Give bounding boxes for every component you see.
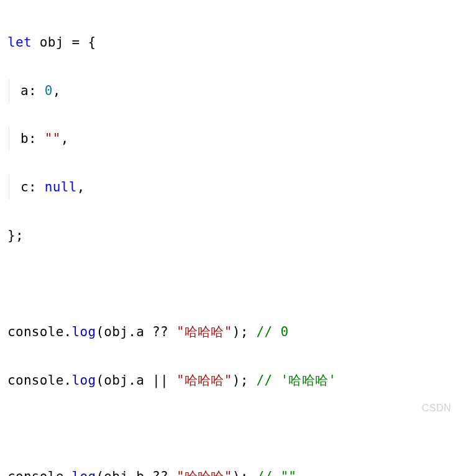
- semicolon: ;: [16, 228, 24, 243]
- semicolon: ;: [240, 373, 249, 388]
- console-object: console: [7, 324, 64, 339]
- paren-close: ): [232, 373, 240, 388]
- dot: .: [64, 324, 72, 339]
- brace-open: {: [88, 35, 96, 50]
- blank-line: [7, 272, 469, 296]
- console-object: console: [7, 469, 64, 476]
- dot: .: [128, 469, 136, 476]
- string-literal: "": [45, 131, 61, 146]
- property-key: c: [21, 180, 29, 195]
- code-line-2: a: 0,: [7, 79, 469, 103]
- log-method: log: [72, 324, 96, 339]
- semicolon: ;: [240, 324, 249, 339]
- comment: // 0: [257, 324, 289, 339]
- dot: .: [64, 469, 72, 476]
- indent-guide: c: null,: [9, 175, 85, 199]
- string-literal: "哈哈哈": [176, 324, 232, 339]
- property-key: a: [21, 83, 29, 98]
- code-line-log: console.log(obj.a ?? "哈哈哈"); // 0: [7, 320, 469, 344]
- operator: ??: [152, 324, 168, 339]
- dot: .: [128, 324, 136, 339]
- code-line-3: b: "",: [7, 127, 469, 151]
- comma: ,: [77, 180, 85, 195]
- identifier-obj: obj: [104, 373, 128, 388]
- dot: .: [128, 373, 136, 388]
- colon: :: [29, 83, 37, 98]
- log-method: log: [72, 469, 96, 476]
- operator: ??: [152, 469, 168, 476]
- property-access: a: [136, 373, 144, 388]
- property-access: b: [136, 469, 144, 476]
- watermark: CSDN: [422, 399, 451, 418]
- identifier-obj: obj: [40, 35, 64, 50]
- identifier-obj: obj: [104, 469, 128, 476]
- indent-guide: a: 0,: [9, 79, 61, 103]
- comma: ,: [53, 83, 61, 98]
- number-literal: 0: [45, 83, 53, 98]
- comment: // "": [257, 469, 297, 476]
- code-snippet: let obj = { a: 0, b: "", c: null, }; con…: [7, 6, 469, 476]
- comma: ,: [61, 131, 69, 146]
- colon: :: [29, 131, 37, 146]
- code-line-log: console.log(obj.b ?? "哈哈哈"); // "": [7, 465, 469, 476]
- operator-assign: =: [72, 35, 80, 50]
- string-literal: "哈哈哈": [176, 373, 232, 388]
- string-literal: "哈哈哈": [176, 469, 232, 476]
- code-line-4: c: null,: [7, 175, 469, 199]
- semicolon: ;: [240, 469, 249, 476]
- operator: ||: [152, 373, 168, 388]
- code-line-1: let obj = {: [7, 30, 469, 55]
- null-literal: null: [45, 180, 77, 195]
- paren-open: (: [96, 373, 104, 388]
- property-access: a: [136, 324, 144, 339]
- blank-line: [7, 416, 469, 441]
- keyword-let: let: [7, 35, 32, 50]
- brace-close: }: [7, 228, 16, 243]
- code-line-5: };: [7, 224, 469, 248]
- paren-close: ): [232, 324, 240, 339]
- colon: :: [29, 180, 37, 195]
- dot: .: [64, 373, 72, 388]
- code-line-log: console.log(obj.a || "哈哈哈"); // '哈哈哈': [7, 368, 469, 393]
- paren-open: (: [96, 324, 104, 339]
- log-method: log: [72, 373, 96, 388]
- indent-guide: b: "",: [9, 127, 69, 151]
- comment: // '哈哈哈': [257, 373, 337, 388]
- console-object: console: [7, 373, 64, 388]
- paren-close: ): [232, 469, 240, 476]
- paren-open: (: [96, 469, 104, 476]
- property-key: b: [21, 131, 29, 146]
- identifier-obj: obj: [104, 324, 128, 339]
